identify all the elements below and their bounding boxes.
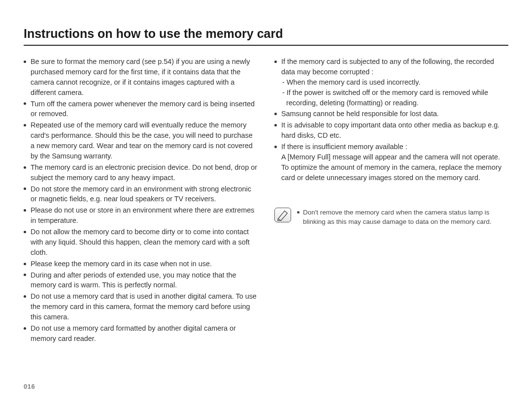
- page-title: Instructions on how to use the memory ca…: [24, 27, 508, 46]
- right-column: If the memory card is subjected to any o…: [274, 57, 508, 345]
- bullet-item: Turn off the camera power whenever the m…: [24, 99, 258, 120]
- right-bullet-list: If the memory card is subjected to any o…: [274, 57, 508, 183]
- bullet-item: If the memory card is subjected to any o…: [274, 57, 508, 108]
- note-item: Don't remove the memory card when the ca…: [297, 208, 508, 227]
- note-callout: Don't remove the memory card when the ca…: [274, 208, 508, 227]
- bullet-item: Please keep the memory card in its case …: [24, 259, 258, 269]
- bullet-item: It is advisable to copy important data o…: [274, 120, 508, 141]
- bullet-item: Please do not use or store in an environ…: [24, 205, 258, 226]
- left-column: Be sure to format the memory card (see p…: [24, 57, 258, 345]
- two-column-body: Be sure to format the memory card (see p…: [24, 57, 508, 345]
- bullet-item: Samsung cannot be held responsible for l…: [274, 109, 508, 119]
- sub-lines: - When the memory card is used incorrect…: [281, 77, 508, 108]
- bullet-item: Do not use a memory card that is used in…: [24, 291, 258, 322]
- bullet-item: Do not store the memory card in an envir…: [24, 184, 258, 205]
- bullet-item: If there is insufficient memory availabl…: [274, 142, 508, 183]
- bullet-item: Be sure to format the memory card (see p…: [24, 57, 258, 98]
- bullet-item: Repeated use of the memory card will eve…: [24, 120, 258, 161]
- manual-page: Instructions on how to use the memory ca…: [0, 0, 532, 401]
- bullet-item: During and after periods of extended use…: [24, 270, 258, 291]
- page-number: 016: [24, 383, 35, 390]
- left-bullet-list: Be sure to format the memory card (see p…: [24, 57, 258, 344]
- note-icon: [274, 208, 291, 222]
- bullet-item: Do not allow the memory card to become d…: [24, 227, 258, 258]
- bullet-item: Do not use a memory card formatted by an…: [24, 323, 258, 344]
- bullet-item: The memory card is an electronic precisi…: [24, 162, 258, 183]
- note-bullet-list: Don't remove the memory card when the ca…: [297, 208, 508, 227]
